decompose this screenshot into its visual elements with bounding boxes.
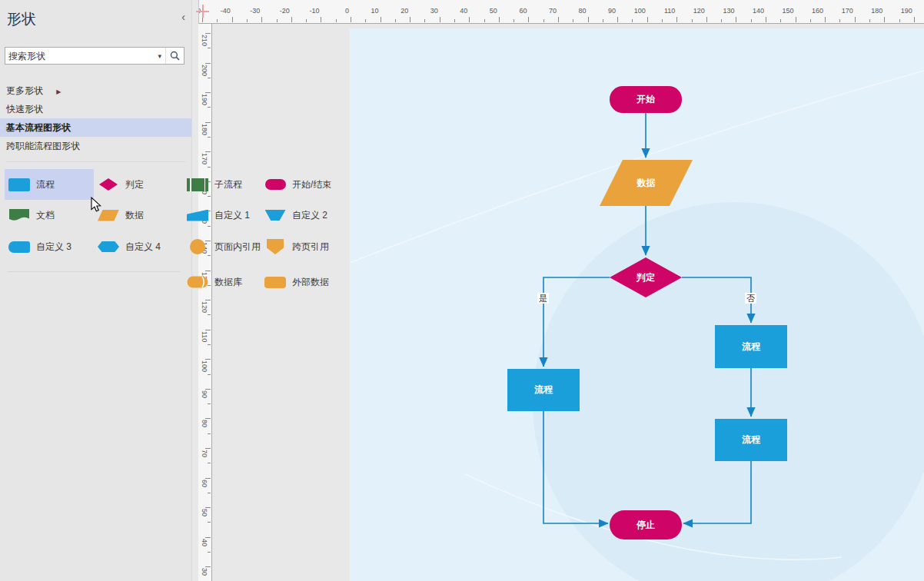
ruler-tick — [205, 507, 211, 508]
ruler-tick — [277, 19, 278, 22]
stencil-item-decision[interactable]: 判定 — [94, 169, 183, 200]
stencil-tab-crossfunctional-flowchart[interactable]: 跨职能流程图形状 — [0, 137, 191, 155]
ruler-label: 150 — [774, 7, 794, 15]
ruler-tick — [632, 19, 633, 22]
stencil-item-data[interactable]: 数据 — [94, 200, 183, 231]
ruler-label: 30 — [418, 7, 438, 15]
ruler-label: 70 — [201, 450, 208, 473]
ruler-tick — [261, 17, 262, 22]
custom-1-shape-icon — [187, 210, 208, 221]
database-shape-icon — [187, 276, 208, 288]
ruler-tick — [736, 17, 736, 22]
ruler-tick — [499, 17, 500, 22]
ruler-tick — [514, 19, 514, 22]
panel-divider — [6, 161, 185, 162]
ruler-tick — [796, 17, 796, 22]
stencil-item-onpage-reference[interactable]: 页面内引用 — [183, 231, 261, 263]
collapse-panel-icon[interactable]: ‹ — [181, 11, 185, 23]
ruler-label: 90 — [596, 7, 616, 15]
ruler-label: 80 — [201, 420, 208, 443]
ruler-label: -20 — [270, 7, 290, 15]
stencil-item-start-end[interactable]: 开始/结束 — [261, 169, 331, 200]
stencil-item-offpage-reference[interactable]: 跨页引用 — [261, 231, 331, 263]
ruler-tick — [573, 19, 573, 22]
ruler-tick — [751, 19, 752, 22]
stencil-item-subprocess[interactable]: 子流程 — [183, 169, 261, 200]
search-input[interactable] — [5, 51, 154, 61]
ruler-tick — [647, 17, 648, 22]
vertical-ruler[interactable]: 2102001901801701601501401301201101009080… — [198, 24, 212, 581]
connector-left-process-to-stop[interactable] — [543, 411, 608, 523]
ruler-label: 120 — [685, 7, 705, 15]
connector-decision-yes[interactable] — [543, 277, 610, 367]
stencil-tab-basic-flowchart[interactable]: 基本流程图形状 — [0, 118, 191, 137]
ruler-tick — [899, 19, 900, 22]
stencil-item-custom-2[interactable]: 自定义 2 — [261, 200, 331, 231]
stencil-item-label: 流程 — [36, 178, 55, 191]
ruler-label: 20 — [388, 7, 408, 15]
ruler-label: 10 — [359, 7, 379, 15]
ruler-tick — [825, 17, 826, 22]
ruler-label: 190 — [201, 94, 208, 117]
ruler-label: 160 — [803, 7, 823, 15]
ruler-tick — [676, 17, 677, 22]
stencil-item-process[interactable]: 流程 — [5, 169, 94, 200]
subprocess-shape-icon — [187, 178, 208, 191]
connector-right-process-to-stop[interactable] — [683, 461, 751, 523]
ruler-label: 110 — [655, 7, 675, 15]
search-button[interactable] — [165, 48, 184, 64]
flowchart-node-process-left[interactable]: 流程 — [507, 369, 580, 411]
ruler-label: 110 — [201, 331, 208, 354]
ruler-tick — [721, 19, 722, 22]
stencil-item-document[interactable]: 文档 — [5, 200, 94, 231]
ruler-label: 50 — [201, 509, 208, 532]
ruler-label: 170 — [833, 7, 853, 15]
ruler-label: 100 — [626, 7, 646, 15]
ruler-tick — [706, 17, 707, 22]
quick-shapes-link[interactable]: 快速形状 — [0, 100, 191, 118]
stencil-item-external-data[interactable]: 外部数据 — [261, 269, 331, 295]
ruler-tick — [205, 33, 211, 34]
stencil-item-custom-4[interactable]: 自定义 4 — [94, 231, 183, 263]
stencil-divider — [8, 271, 180, 272]
ruler-label: 90 — [201, 390, 208, 413]
edge-label-yes[interactable]: 是 — [537, 293, 549, 304]
mouse-cursor — [90, 197, 101, 213]
document-shape-icon — [8, 208, 30, 222]
ruler-label: 100 — [201, 360, 208, 383]
horizontal-ruler[interactable]: -50-40-30-20-100102030405060708090100110… — [198, 0, 924, 24]
flowchart-node-process-right-bottom[interactable]: 流程 — [715, 419, 787, 461]
ruler-label: 70 — [537, 7, 557, 15]
connector-decision-no[interactable] — [682, 277, 751, 323]
stencil-item-label: 子流程 — [214, 178, 242, 191]
ruler-label: 40 — [201, 539, 208, 562]
ruler-tick — [205, 63, 211, 64]
stencil-item-custom-3[interactable]: 自定义 3 — [5, 231, 94, 263]
more-shapes-link[interactable]: 更多形状 ▶ — [0, 81, 191, 100]
ruler-tick — [454, 19, 455, 22]
stencil-item-label: 自定义 3 — [36, 241, 71, 254]
ruler-tick — [914, 17, 915, 22]
stencil-item-database[interactable]: 数据库 — [183, 269, 261, 295]
ruler-label: 210 — [201, 35, 208, 58]
ruler-tick — [205, 122, 211, 123]
stencil-item-custom-1[interactable]: 自定义 1 — [183, 200, 261, 231]
edge-label-no[interactable]: 否 — [745, 293, 756, 304]
ruler-tick — [588, 17, 589, 22]
flowchart-node-process-right-top[interactable]: 流程 — [715, 325, 787, 368]
flowchart-node-stop[interactable]: 停止 — [610, 510, 682, 540]
panel-title: 形状 — [7, 9, 36, 29]
ruler-tick — [484, 19, 485, 22]
ruler-tick — [543, 19, 544, 22]
ruler-label: 180 — [863, 7, 882, 15]
search-dropdown-caret-icon[interactable]: ▾ — [154, 52, 165, 60]
ruler-tick — [381, 17, 381, 22]
shape-search-box[interactable]: ▾ — [5, 47, 184, 65]
ruler-label: 130 — [714, 7, 734, 15]
ruler-tick — [365, 19, 366, 22]
shapes-panel-header: 形状 ‹ — [0, 6, 191, 35]
ruler-tick — [528, 17, 529, 22]
offpage-reference-shape-icon — [267, 239, 284, 254]
ruler-label: 50 — [477, 7, 497, 15]
flowchart-node-start[interactable]: 开始 — [610, 86, 682, 113]
